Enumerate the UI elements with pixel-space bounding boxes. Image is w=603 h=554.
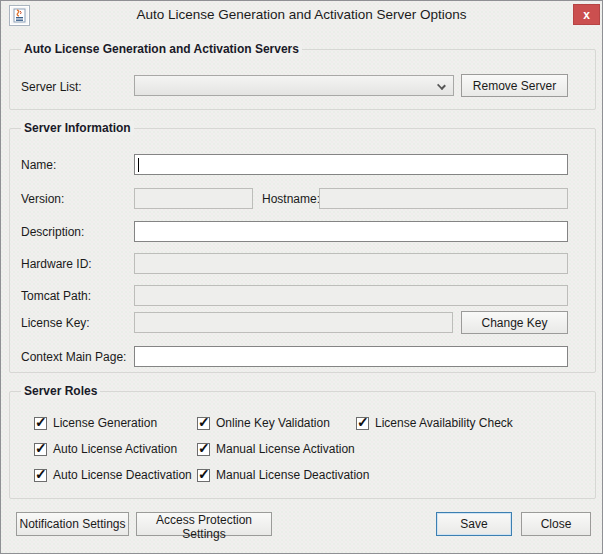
context-main-page-label: Context Main Page: xyxy=(21,350,126,364)
checkbox-checked-icon[interactable] xyxy=(34,417,47,430)
checkbox-checked-icon[interactable] xyxy=(356,417,369,430)
save-button[interactable]: Save xyxy=(436,512,512,536)
name-label: Name: xyxy=(21,158,56,172)
name-field[interactable] xyxy=(134,154,568,175)
servers-group: Auto License Generation and Activation S… xyxy=(9,49,596,110)
dialog-window: Auto License Generation and Activation S… xyxy=(0,0,603,554)
checkbox-license-availability-check[interactable]: License Availability Check xyxy=(356,416,513,430)
version-field xyxy=(134,188,253,209)
servers-group-title: Auto License Generation and Activation S… xyxy=(21,42,302,56)
context-main-page-field[interactable] xyxy=(134,346,568,367)
checkbox-manual-license-activation[interactable]: Manual License Activation xyxy=(197,442,355,456)
server-list-dropdown[interactable] xyxy=(134,75,454,96)
checkbox-checked-icon[interactable] xyxy=(197,469,210,482)
notification-settings-button[interactable]: Notification Settings xyxy=(16,512,129,536)
checkbox-auto-license-deactivation[interactable]: Auto License Deactivation xyxy=(34,468,192,482)
checkbox-checked-icon[interactable] xyxy=(34,443,47,456)
license-key-label: License Key: xyxy=(21,316,90,330)
hardware-id-field xyxy=(134,253,568,274)
server-roles-group: Server Roles License Generation Online K… xyxy=(9,391,596,499)
change-key-button[interactable]: Change Key xyxy=(461,311,568,334)
checkbox-manual-license-deactivation[interactable]: Manual License Deactivation xyxy=(197,468,369,482)
title-bar: Auto License Generation and Activation S… xyxy=(1,1,602,29)
checkbox-checked-icon[interactable] xyxy=(34,469,47,482)
description-field[interactable] xyxy=(134,221,568,242)
close-button[interactable]: Close xyxy=(521,512,591,536)
hardware-id-label: Hardware ID: xyxy=(21,257,92,271)
remove-server-button[interactable]: Remove Server xyxy=(461,74,568,97)
checkbox-label: Auto License Activation xyxy=(53,442,177,456)
checkbox-label: License Generation xyxy=(53,416,157,430)
server-info-group-title: Server Information xyxy=(21,121,134,135)
window-title: Auto License Generation and Activation S… xyxy=(1,7,602,22)
chevron-down-icon xyxy=(437,81,446,90)
hostname-field xyxy=(319,188,568,209)
hostname-label: Hostname: xyxy=(262,192,320,206)
checkbox-label: Manual License Activation xyxy=(216,442,355,456)
tomcat-path-field xyxy=(134,285,568,306)
access-protection-settings-button[interactable]: Access Protection Settings xyxy=(136,512,272,536)
server-list-label: Server List: xyxy=(21,80,82,94)
checkbox-auto-license-activation[interactable]: Auto License Activation xyxy=(34,442,177,456)
checkbox-label: Auto License Deactivation xyxy=(53,468,192,482)
checkbox-online-key-validation[interactable]: Online Key Validation xyxy=(197,416,330,430)
text-caret xyxy=(138,158,139,172)
close-window-button[interactable]: x xyxy=(573,4,600,25)
checkbox-label: License Availability Check xyxy=(375,416,513,430)
license-key-field xyxy=(134,312,453,333)
server-info-group: Server Information Name: Version: Hostna… xyxy=(9,128,596,373)
checkbox-license-generation[interactable]: License Generation xyxy=(34,416,157,430)
checkbox-checked-icon[interactable] xyxy=(197,417,210,430)
checkbox-checked-icon[interactable] xyxy=(197,443,210,456)
version-label: Version: xyxy=(21,192,64,206)
description-label: Description: xyxy=(21,225,84,239)
tomcat-path-label: Tomcat Path: xyxy=(21,289,91,303)
checkbox-label: Online Key Validation xyxy=(216,416,330,430)
checkbox-label: Manual License Deactivation xyxy=(216,468,369,482)
server-roles-group-title: Server Roles xyxy=(21,384,100,398)
